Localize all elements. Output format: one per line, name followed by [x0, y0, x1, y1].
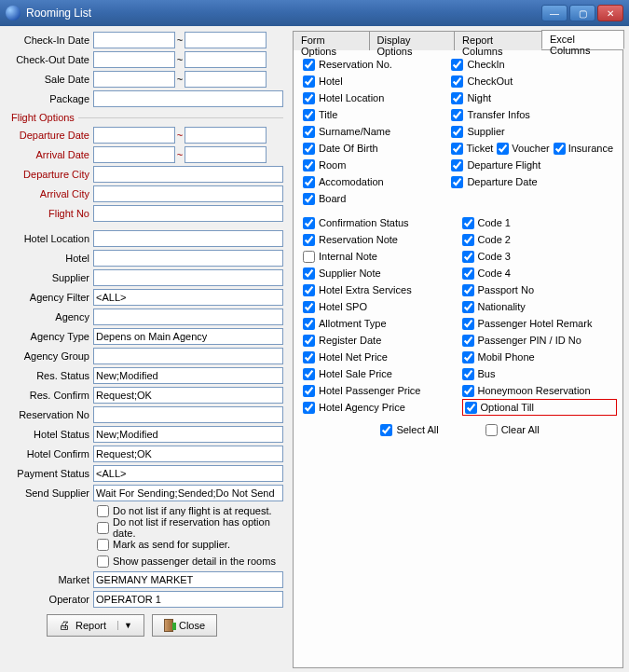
hotel-input[interactable] — [93, 250, 283, 267]
flight-no-input[interactable] — [93, 205, 283, 222]
agency-group-input[interactable] — [93, 348, 283, 364]
excel-column-checkbox[interactable] — [451, 109, 463, 121]
excel-column-checkbox[interactable] — [497, 143, 509, 155]
excel-column-checkbox[interactable] — [462, 234, 474, 246]
excel-column-checkbox[interactable] — [462, 368, 474, 380]
check-in-from[interactable] — [93, 32, 175, 48]
titlebar[interactable]: Rooming List — ▢ ✕ — [0, 0, 629, 26]
excel-column-checkbox[interactable] — [303, 301, 315, 313]
excel-column-checkbox[interactable] — [462, 385, 474, 397]
reservation-no-input[interactable] — [93, 406, 283, 423]
excel-column-checkbox[interactable] — [303, 59, 315, 71]
excel-column-checkbox[interactable] — [462, 217, 474, 229]
departure-city-input[interactable] — [93, 166, 283, 183]
hotel-location-input[interactable] — [93, 230, 283, 247]
close-window-button[interactable]: ✕ — [597, 5, 623, 21]
tab-form-options[interactable]: Form Options — [293, 31, 370, 50]
chk-mark-send-supplier[interactable] — [97, 539, 109, 551]
excel-column-checkbox[interactable] — [451, 143, 463, 155]
hotel-status-input[interactable] — [93, 426, 283, 443]
agency-input[interactable] — [93, 309, 283, 325]
operator-input[interactable] — [93, 591, 283, 608]
excel-column-checkbox[interactable] — [462, 335, 474, 347]
excel-column-checkbox[interactable] — [303, 234, 315, 246]
excel-column-checkbox[interactable] — [451, 126, 463, 138]
package-input[interactable] — [93, 90, 283, 107]
report-button[interactable]: 🖨Report▼ — [47, 614, 144, 637]
excel-column-checkbox[interactable] — [303, 284, 315, 296]
excel-column-checkbox[interactable] — [303, 351, 315, 363]
excel-column-checkbox[interactable] — [462, 267, 474, 280]
excel-column-checkbox[interactable] — [303, 267, 315, 280]
excel-column-checkbox[interactable] — [462, 251, 474, 263]
supplier-input[interactable] — [93, 269, 283, 286]
excel-column-checkbox[interactable] — [303, 176, 315, 188]
excel-column-label: Honeymoon Reservation — [478, 385, 591, 396]
send-supplier-input[interactable] — [93, 485, 283, 501]
tab-display-options[interactable]: Display Options — [369, 31, 456, 50]
excel-column-checkbox[interactable] — [303, 402, 315, 414]
excel-column-option: Passport No — [462, 281, 618, 298]
check-in-to[interactable] — [185, 32, 267, 48]
res-status-input[interactable] — [93, 367, 283, 384]
close-button[interactable]: Close — [152, 614, 217, 637]
departure-date-to[interactable] — [185, 127, 267, 144]
market-input[interactable] — [93, 571, 283, 588]
label-flight-no: Flight No — [9, 208, 93, 219]
excel-column-checkbox[interactable] — [303, 318, 315, 330]
excel-column-checkbox[interactable] — [462, 351, 474, 363]
arrival-date-to[interactable] — [185, 146, 267, 163]
excel-column-checkbox[interactable] — [451, 59, 463, 71]
excel-column-checkbox[interactable] — [303, 193, 315, 205]
excel-column-checkbox[interactable] — [303, 159, 315, 171]
excel-column-checkbox[interactable] — [462, 284, 474, 296]
excel-column-checkbox[interactable] — [451, 159, 463, 171]
agency-filter-input[interactable] — [93, 289, 283, 306]
excel-column-checkbox[interactable] — [462, 318, 474, 330]
excel-column-checkbox[interactable] — [462, 301, 474, 313]
excel-column-checkbox[interactable] — [554, 143, 566, 155]
excel-column-option: Honeymoon Reservation — [462, 382, 618, 399]
agency-type-input[interactable] — [93, 328, 283, 345]
check-out-to[interactable] — [185, 51, 267, 68]
excel-column-label: Ticket — [466, 143, 493, 154]
excel-column-option: Internal Note — [303, 248, 458, 265]
chk-no-list-flight-request[interactable] — [97, 505, 109, 517]
excel-column-checkbox[interactable] — [303, 217, 315, 229]
excel-column-checkbox[interactable] — [451, 92, 463, 104]
tab-excel-columns[interactable]: Excel Columns — [541, 30, 624, 49]
chk-show-pax-detail[interactable] — [97, 555, 109, 568]
payment-status-input[interactable] — [93, 465, 283, 482]
sale-date-from[interactable] — [93, 71, 175, 88]
excel-column-checkbox[interactable] — [303, 126, 315, 138]
chevron-down-icon[interactable]: ▼ — [117, 621, 132, 630]
maximize-button[interactable]: ▢ — [569, 5, 595, 21]
arrival-date-from[interactable] — [93, 146, 175, 163]
excel-column-label: Hotel Location — [319, 92, 384, 103]
exit-icon — [164, 619, 173, 632]
tab-report-columns[interactable]: Report Columns — [454, 31, 542, 50]
excel-column-checkbox[interactable] — [303, 335, 315, 347]
excel-column-checkbox[interactable] — [303, 251, 315, 263]
check-out-from[interactable] — [93, 51, 175, 68]
departure-date-from[interactable] — [93, 127, 175, 144]
flight-options-header: Flight Options — [11, 110, 283, 125]
select-all-checkbox[interactable] — [380, 424, 392, 436]
hotel-confirm-input[interactable] — [93, 446, 283, 462]
excel-column-checkbox[interactable] — [303, 368, 315, 380]
res-confirm-input[interactable] — [93, 387, 283, 404]
excel-column-checkbox[interactable] — [303, 109, 315, 121]
excel-column-checkbox[interactable] — [451, 176, 463, 188]
arrival-city-input[interactable] — [93, 185, 283, 202]
chk-no-list-option-date[interactable] — [97, 522, 109, 534]
label-check-in: Check-In Date — [9, 34, 93, 46]
sale-date-to[interactable] — [185, 71, 267, 88]
excel-column-checkbox[interactable] — [303, 143, 315, 155]
excel-column-checkbox[interactable] — [465, 402, 477, 414]
excel-column-checkbox[interactable] — [303, 385, 315, 397]
minimize-button[interactable]: — — [541, 5, 567, 21]
excel-column-checkbox[interactable] — [303, 92, 315, 104]
excel-column-checkbox[interactable] — [451, 75, 463, 88]
clear-all-checkbox[interactable] — [485, 424, 498, 436]
excel-column-checkbox[interactable] — [303, 75, 315, 88]
